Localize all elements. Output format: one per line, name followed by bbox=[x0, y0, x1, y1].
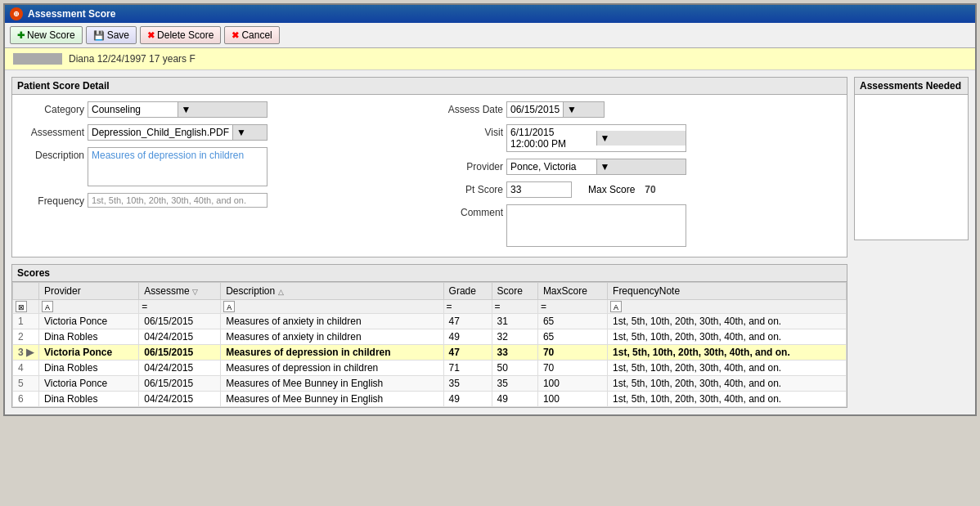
row-maxscore: 65 bbox=[537, 314, 607, 329]
row-description: Measures of depression in children bbox=[221, 345, 443, 360]
category-dropdown-btn[interactable]: ▼ bbox=[178, 102, 267, 117]
assessment-select[interactable]: Depression_Child_English.PDF ▼ bbox=[88, 124, 267, 141]
row-frequency: 1st, 5th, 10th, 20th, 30th, 40th, and on… bbox=[608, 329, 847, 345]
filter-provider[interactable]: A bbox=[42, 301, 53, 312]
patient-name: Diana 12/24/1997 17 years F bbox=[69, 53, 196, 65]
right-panel: Assessments Needed bbox=[854, 77, 969, 408]
row-score: 35 bbox=[492, 376, 537, 392]
row-num: 3 ▶ bbox=[13, 345, 39, 360]
col-frequency-header[interactable]: FrequencyNote bbox=[608, 283, 847, 300]
section-title: Patient Score Detail bbox=[12, 78, 847, 95]
patient-bar: Diana 12/24/1997 17 years F bbox=[5, 48, 975, 70]
category-label: Category bbox=[19, 101, 84, 115]
assess-date-select[interactable]: 06/15/2015 ▼ bbox=[506, 101, 605, 118]
cancel-button[interactable]: ✖ Cancel bbox=[224, 26, 279, 44]
provider-dropdown-btn[interactable]: ▼ bbox=[596, 159, 686, 174]
row-score: 33 bbox=[492, 345, 537, 360]
category-select[interactable]: Counseling ▼ bbox=[88, 101, 267, 118]
pt-score-label: Pt Score bbox=[429, 181, 503, 195]
filter-row: ⊠ A = A = = = A bbox=[13, 300, 847, 314]
new-score-button[interactable]: ✚ New Score bbox=[10, 26, 83, 44]
row-description: Measures of depression in children bbox=[221, 360, 443, 376]
row-num: 4 bbox=[13, 360, 39, 376]
table-row[interactable]: 6 Dina Robles 04/24/2015 Measures of Mee… bbox=[13, 392, 847, 407]
col-assessment-header[interactable]: Assessme ▽ bbox=[139, 283, 221, 300]
visit-row: Visit 6/11/2015 12:00:00 PM ▼ bbox=[429, 124, 840, 152]
row-maxscore: 70 bbox=[537, 345, 607, 360]
form-right-col: Assess Date 06/15/2015 ▼ Visit 6/11/2015… bbox=[429, 101, 840, 250]
col-description-header[interactable]: Description △ bbox=[221, 283, 443, 300]
row-grade: 47 bbox=[443, 314, 492, 329]
row-provider: Dina Robles bbox=[39, 392, 139, 407]
pt-score-input[interactable]: 33 bbox=[506, 181, 572, 198]
table-row[interactable]: 2 Dina Robles 04/24/2015 Measures of anx… bbox=[13, 329, 847, 345]
row-provider: Victoria Ponce bbox=[39, 345, 139, 360]
row-frequency: 1st, 5th, 10th, 20th, 30th, 40th, and on… bbox=[608, 314, 847, 329]
row-maxscore: 65 bbox=[537, 329, 607, 345]
row-grade: 49 bbox=[443, 329, 492, 345]
row-provider: Victoria Ponce bbox=[39, 376, 139, 392]
row-frequency: 1st, 5th, 10th, 20th, 30th, 40th, and on… bbox=[608, 392, 847, 407]
row-maxscore: 100 bbox=[537, 392, 607, 407]
row-grade: 47 bbox=[443, 345, 492, 360]
row-provider: Dina Robles bbox=[39, 360, 139, 376]
frequency-row: Frequency 1st, 5th, 10th, 20th, 30th, 40… bbox=[19, 193, 429, 208]
description-row: Description Measures of depression in ch… bbox=[19, 147, 429, 186]
cancel-icon: ✖ bbox=[232, 30, 239, 41]
visit-dropdown-btn[interactable]: ▼ bbox=[596, 131, 686, 146]
row-frequency: 1st, 5th, 10th, 20th, 30th, 40th, and on… bbox=[608, 345, 847, 360]
assessment-dropdown-btn[interactable]: ▼ bbox=[232, 125, 267, 140]
table-row[interactable]: 5 Victoria Ponce 06/15/2015 Measures of … bbox=[13, 376, 847, 392]
provider-row: Provider Ponce, Victoria ▼ bbox=[429, 159, 840, 175]
form-left-col: Category Counseling ▼ Assessment Depress… bbox=[19, 101, 429, 250]
window-icon: ⊕ bbox=[10, 7, 23, 20]
assess-date-dropdown-btn[interactable]: ▼ bbox=[563, 102, 604, 117]
delete-icon: ✖ bbox=[147, 30, 155, 41]
description-textarea[interactable]: Measures of depression in children bbox=[88, 147, 267, 186]
scores-section: Scores Provider Assessme ▽ Description △… bbox=[11, 264, 847, 408]
row-description: Measures of anxiety in children bbox=[221, 314, 443, 329]
row-date: 06/15/2015 bbox=[139, 376, 221, 392]
form-grid: Category Counseling ▼ Assessment Depress… bbox=[12, 95, 847, 257]
row-score: 49 bbox=[492, 392, 537, 407]
comment-textarea[interactable] bbox=[506, 204, 686, 247]
col-score-header[interactable]: Score bbox=[492, 283, 537, 300]
row-grade: 35 bbox=[443, 376, 492, 392]
sort-icon2: △ bbox=[278, 288, 284, 296]
filter-description[interactable]: A bbox=[223, 301, 235, 312]
assessment-label: Assessment bbox=[19, 124, 84, 138]
row-frequency: 1st, 5th, 10th, 20th, 30th, 40th, and on… bbox=[608, 360, 847, 376]
category-row: Category Counseling ▼ bbox=[19, 101, 429, 118]
patient-id-redacted bbox=[13, 53, 62, 65]
sort-icon: ▽ bbox=[192, 288, 198, 296]
delete-score-button[interactable]: ✖ Delete Score bbox=[140, 26, 221, 44]
row-provider: Dina Robles bbox=[39, 329, 139, 345]
assessments-needed-box: Assessments Needed bbox=[854, 77, 969, 240]
save-icon: 💾 bbox=[93, 30, 105, 41]
frequency-label: Frequency bbox=[19, 193, 84, 207]
main-content: Patient Score Detail Category Counseling… bbox=[5, 70, 975, 414]
pt-score-row: Pt Score 33 Max Score 70 bbox=[429, 181, 840, 198]
filter-frequency[interactable]: A bbox=[610, 301, 622, 312]
provider-select[interactable]: Ponce, Victoria ▼ bbox=[506, 159, 686, 175]
scores-title: Scores bbox=[12, 265, 847, 282]
table-row[interactable]: 1 Victoria Ponce 06/15/2015 Measures of … bbox=[13, 314, 847, 329]
col-grade-header[interactable]: Grade bbox=[443, 283, 492, 300]
patient-score-detail-section: Patient Score Detail Category Counseling… bbox=[11, 77, 847, 257]
row-description: Measures of anxiety in children bbox=[221, 329, 443, 345]
row-num: 6 bbox=[13, 392, 39, 407]
table-row[interactable]: 4 Dina Robles 04/24/2015 Measures of dep… bbox=[13, 360, 847, 376]
plus-icon: ✚ bbox=[17, 30, 25, 41]
table-row[interactable]: 3 ▶ Victoria Ponce 06/15/2015 Measures o… bbox=[13, 345, 847, 360]
col-maxscore-header[interactable]: MaxScore bbox=[537, 283, 607, 300]
filter-icon[interactable]: ⊠ bbox=[16, 301, 27, 312]
visit-select[interactable]: 6/11/2015 12:00:00 PM ▼ bbox=[506, 124, 686, 152]
save-button[interactable]: 💾 Save bbox=[86, 26, 137, 44]
row-maxscore: 100 bbox=[537, 376, 607, 392]
visit-label: Visit bbox=[429, 124, 503, 138]
row-date: 06/15/2015 bbox=[139, 345, 221, 360]
provider-label: Provider bbox=[429, 159, 503, 172]
col-provider-header[interactable]: Provider bbox=[39, 283, 139, 300]
assess-date-row: Assess Date 06/15/2015 ▼ bbox=[429, 101, 840, 118]
row-description: Measures of Mee Bunney in English bbox=[221, 392, 443, 407]
